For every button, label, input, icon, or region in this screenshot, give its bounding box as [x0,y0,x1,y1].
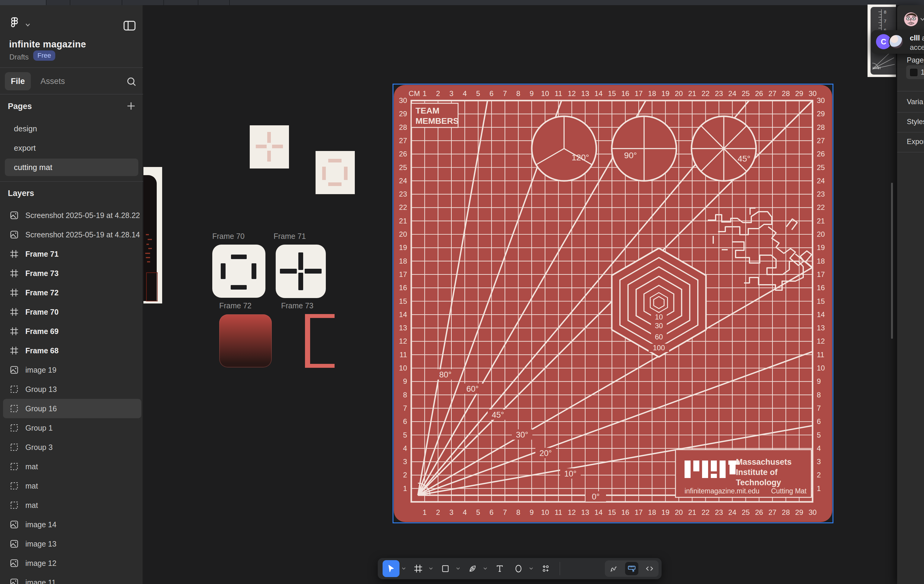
chevron-down-icon[interactable] [24,23,31,28]
svg-text:29: 29 [795,89,803,97]
layer-row[interactable]: Group 3 [3,437,141,457]
chevron-down-icon[interactable] [399,566,408,571]
sidebar-toggle-icon[interactable] [122,20,137,32]
canvas-scrollbar[interactable] [891,183,893,339]
chevron-down-icon[interactable] [79,42,86,47]
cutting-mat-object[interactable]: TEAMMEMBERS120°90°45°10306010080°60°45°3… [394,85,832,522]
file-title[interactable]: infinite magazine [9,39,86,50]
measure-toggle[interactable] [625,562,639,575]
color-swatch[interactable] [909,68,918,77]
divider [897,112,924,113]
page-color-row[interactable]: 1 [906,65,924,79]
svg-text:22: 22 [701,89,710,97]
frame-tool[interactable] [410,560,427,577]
search-icon[interactable] [125,76,137,89]
layer-row[interactable]: Screenshot 2025-05-19 at 4.28.14 PM [3,225,141,244]
breadcrumb-drafts[interactable]: Drafts [9,53,29,61]
frame-71-object[interactable] [276,244,326,298]
svg-text:10: 10 [817,364,825,372]
svg-text:27: 27 [769,89,777,97]
svg-text:Massachusets: Massachusets [736,457,792,467]
frame-label[interactable]: Frame 73 [281,301,314,310]
chevron-down-icon[interactable] [920,17,924,23]
frame-70-object[interactable] [212,244,266,298]
move-tool[interactable] [383,560,399,577]
actions-tool[interactable] [537,560,554,577]
layer-row[interactable]: Group 1 [3,418,141,437]
page-section-label[interactable]: Page [907,56,924,64]
avatar[interactable] [904,12,918,26]
chevron-down-icon[interactable] [481,566,490,571]
svg-text:12: 12 [568,508,576,516]
frame-72-object[interactable] [219,314,272,368]
collaborators-popover[interactable]: C clll an acces [871,30,924,54]
layer-row[interactable]: image 11 [3,573,141,584]
layer-row[interactable]: Frame 69 [3,322,141,341]
text-tool[interactable] [491,560,508,577]
layer-row[interactable]: Frame 72 [3,283,141,302]
svg-text:7: 7 [503,89,507,97]
layer-row[interactable]: image 19 [3,360,141,379]
layer-row[interactable]: Screenshot 2025-05-19 at 4.28.22 PM [3,206,141,225]
layer-row[interactable]: mat [3,457,141,476]
layer-row[interactable]: Group 13 [3,379,141,399]
chevron-down-icon[interactable] [527,566,535,571]
svg-text:45°: 45° [738,154,751,163]
dev-mode-toggle[interactable] [643,562,656,575]
poster-texture [148,248,152,249]
image-icon [9,558,19,568]
svg-text:23: 23 [399,190,407,198]
figma-logo-icon[interactable] [8,16,21,33]
layer-row[interactable]: Frame 73 [3,264,141,283]
layer-row[interactable]: Frame 70 [3,302,141,322]
poster-texture [146,257,150,258]
poster-texture [147,244,149,245]
add-page-icon[interactable] [125,101,137,113]
layer-row[interactable]: Frame 71 [3,244,141,264]
svg-text:30: 30 [808,89,817,97]
ellipse-tool[interactable] [510,560,527,577]
variables-section-label[interactable]: Varia [907,97,923,106]
frame-label[interactable]: Frame 72 [219,301,252,310]
sidebar-page-design[interactable]: design [5,120,138,137]
group-icon [9,384,19,394]
chevron-down-icon[interactable] [454,566,462,571]
layer-row[interactable]: image 13 [3,534,141,554]
svg-text:11: 11 [399,351,407,359]
right-panel: C clll an acces Page 1 Varia Styles Expo… [897,5,924,584]
tab-assets[interactable]: Assets [36,72,70,90]
layer-row[interactable]: mat [3,476,141,495]
layer-row[interactable]: Group 16 [3,399,141,418]
layer-row[interactable]: image 14 [3,515,141,534]
frame-label[interactable]: Frame 70 [212,232,244,241]
svg-text:1: 1 [423,508,427,516]
svg-text:19: 19 [661,89,670,97]
sidebar-page-export[interactable]: export [5,139,138,157]
frame-73-object[interactable] [305,314,335,368]
layer-row[interactable]: mat [3,495,141,515]
frame-label[interactable]: Frame 71 [274,232,306,241]
image-icon [9,539,19,549]
pen-tool[interactable] [464,560,481,577]
tab-file[interactable]: File [5,72,31,90]
registration-card-crosshair[interactable] [250,125,289,168]
svg-text:8: 8 [884,9,886,15]
layer-label: Group 3 [25,443,53,452]
annotate-toggle[interactable] [607,562,620,575]
divider [897,152,924,152]
shape-tool[interactable] [437,560,454,577]
sidebar-page-cutting-mat[interactable]: cutting mat [5,158,138,176]
svg-text:12: 12 [817,337,825,345]
registration-card-corners[interactable] [315,151,355,194]
tab-divider [122,0,122,5]
image-icon [9,365,19,375]
chevron-down-icon[interactable] [427,566,435,571]
layer-row[interactable]: Frame 68 [3,341,141,360]
poster-image-object[interactable] [144,167,162,304]
svg-text:8: 8 [516,508,520,516]
styles-section-label[interactable]: Styles [907,117,924,126]
svg-text:10: 10 [541,89,549,97]
svg-text:29: 29 [795,508,803,516]
layer-row[interactable]: image 12 [3,554,141,573]
export-section-label[interactable]: Expor [907,137,924,146]
